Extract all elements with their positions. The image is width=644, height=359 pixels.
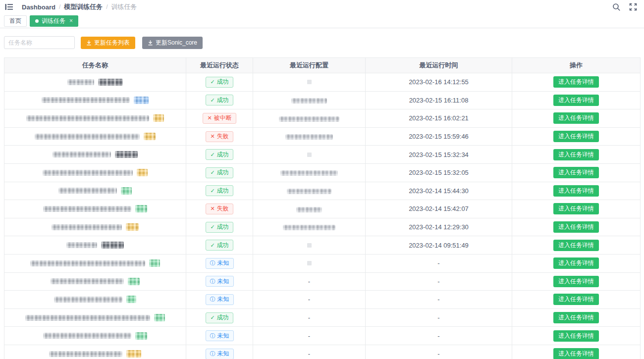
table-row: ✓成功2023-02-14 12:29:30进入任务详情 bbox=[4, 218, 641, 236]
redacted-tag-yellow bbox=[137, 169, 148, 176]
enter-task-detail-button[interactable]: 进入任务详情 bbox=[553, 203, 599, 214]
run-time-cell: - bbox=[366, 272, 512, 291]
sidebar-collapse-icon[interactable] bbox=[4, 2, 14, 12]
run-config-cell: - bbox=[253, 345, 366, 359]
unknown-status-icon: ⓘ bbox=[210, 260, 215, 266]
redacted-config bbox=[283, 225, 335, 230]
status-label: 失败 bbox=[217, 132, 229, 141]
status-badge-success: ✓成功 bbox=[206, 167, 233, 178]
enter-task-detail-button[interactable]: 进入任务详情 bbox=[553, 167, 599, 178]
success-status-icon: ✓ bbox=[210, 98, 215, 103]
run-time-cell: 2023-02-16 14:12:55 bbox=[366, 73, 512, 92]
redacted-tag-yellow bbox=[126, 350, 141, 358]
tab-training-tasks[interactable]: 训练任务 × bbox=[30, 15, 78, 27]
run-status-cell: ✕被中断 bbox=[186, 109, 253, 128]
status-label: 失败 bbox=[217, 205, 229, 213]
redacted-tag-blue bbox=[134, 97, 149, 104]
success-status-icon: ✓ bbox=[210, 152, 215, 157]
table-row: ⓘ未知-进入任务详情 bbox=[4, 254, 641, 272]
action-cell: 进入任务详情 bbox=[512, 146, 641, 164]
redacted-config bbox=[279, 116, 339, 122]
tab-home[interactable]: 首页 bbox=[4, 15, 27, 27]
enter-task-detail-button[interactable]: 进入任务详情 bbox=[553, 257, 599, 269]
update-sonic-core-label: 更新Sonic_core bbox=[156, 39, 197, 47]
run-time-cell: 2023-02-15 15:32:34 bbox=[366, 146, 512, 164]
action-cell: 进入任务详情 bbox=[512, 200, 641, 218]
update-sonic-core-button[interactable]: 更新Sonic_core bbox=[142, 37, 203, 49]
redacted-tag-green bbox=[121, 187, 132, 195]
run-config-cell bbox=[253, 182, 366, 200]
redacted-config bbox=[291, 98, 327, 103]
redacted-task-name bbox=[26, 115, 149, 121]
table-row: ✓成功2023-02-15 15:32:05进入任务详情 bbox=[4, 163, 641, 182]
redacted-config-blob bbox=[307, 80, 312, 84]
enter-task-detail-button[interactable]: 进入任务详情 bbox=[553, 348, 599, 359]
redacted-config-blob bbox=[307, 243, 312, 248]
table-row: ✓成功2023-02-14 09:51:49进入任务详情 bbox=[4, 236, 641, 255]
table-row: ✕失败2023-02-15 15:59:46进入任务详情 bbox=[4, 127, 641, 146]
action-cell: 进入任务详情 bbox=[512, 291, 641, 309]
enter-task-detail-button[interactable]: 进入任务详情 bbox=[553, 185, 599, 197]
download-icon bbox=[86, 40, 92, 46]
enter-task-detail-button[interactable]: 进入任务详情 bbox=[553, 149, 599, 160]
run-config-cell bbox=[253, 109, 366, 128]
enter-task-detail-button[interactable]: 进入任务详情 bbox=[553, 330, 599, 342]
run-config-cell bbox=[253, 146, 366, 164]
run-status-cell: ⓘ未知 bbox=[186, 291, 253, 309]
status-label: 被中断 bbox=[214, 114, 232, 122]
table-row: ✓成功--进入任务详情 bbox=[4, 308, 641, 327]
action-cell: 进入任务详情 bbox=[512, 272, 641, 291]
table-row: ✓成功2023-02-15 16:11:08进入任务详情 bbox=[4, 91, 641, 109]
enter-task-detail-button[interactable]: 进入任务详情 bbox=[553, 312, 599, 323]
action-cell: 进入任务详情 bbox=[512, 109, 641, 128]
column-header-0: 任务名称 bbox=[4, 58, 186, 73]
run-time-cell: 2023-02-15 15:59:46 bbox=[366, 127, 512, 146]
redacted-tag-green bbox=[149, 259, 160, 267]
action-cell: 进入任务详情 bbox=[512, 254, 641, 272]
redacted-task-name bbox=[115, 151, 138, 158]
status-badge-success: ✓成功 bbox=[206, 149, 233, 160]
success-status-icon: ✓ bbox=[210, 170, 215, 175]
enter-task-detail-button[interactable]: 进入任务详情 bbox=[553, 276, 599, 287]
enter-task-detail-button[interactable]: 进入任务详情 bbox=[553, 76, 599, 88]
fullscreen-icon[interactable] bbox=[628, 2, 638, 12]
table-row: ⓘ未知--进入任务详情 bbox=[4, 327, 641, 345]
success-status-icon: ✓ bbox=[210, 315, 215, 320]
training-tasks-table: 任务名称最近运行状态最近运行配置最近运行时间操作 ✓成功2023-02-16 1… bbox=[4, 57, 641, 359]
enter-task-detail-button[interactable]: 进入任务详情 bbox=[553, 112, 599, 124]
status-label: 成功 bbox=[217, 223, 229, 231]
redacted-config-blob bbox=[307, 261, 312, 265]
run-config-cell bbox=[253, 163, 366, 182]
update-task-list-button[interactable]: 更新任务列表 bbox=[81, 37, 135, 49]
task-name-input[interactable] bbox=[4, 36, 75, 49]
tab-close-icon[interactable]: × bbox=[69, 17, 73, 24]
status-label: 未知 bbox=[217, 259, 229, 267]
redacted-tag-green bbox=[135, 332, 147, 340]
run-config-cell bbox=[253, 254, 366, 272]
run-config-cell bbox=[253, 236, 366, 255]
status-badge-success: ✓成功 bbox=[206, 185, 233, 196]
task-name-cell bbox=[4, 91, 186, 109]
breadcrumb-training-tasks: 训练任务 bbox=[111, 2, 137, 11]
redacted-task-name bbox=[53, 152, 111, 157]
enter-task-detail-button[interactable]: 进入任务详情 bbox=[553, 294, 599, 305]
breadcrumb-dashboard[interactable]: Dashboard bbox=[22, 3, 55, 11]
breadcrumb-model-training[interactable]: 模型训练任务 bbox=[64, 2, 103, 11]
run-time-cell: - bbox=[366, 291, 512, 309]
search-icon[interactable] bbox=[611, 2, 621, 12]
run-status-cell: ✓成功 bbox=[186, 146, 253, 164]
enter-task-detail-button[interactable]: 进入任务详情 bbox=[553, 131, 599, 142]
column-header-2: 最近运行配置 bbox=[253, 58, 366, 73]
status-label: 未知 bbox=[217, 350, 229, 358]
run-time-cell: 2023-02-14 12:29:30 bbox=[366, 218, 512, 236]
run-time-cell: 2023-02-14 15:44:30 bbox=[366, 182, 512, 200]
redacted-config bbox=[296, 207, 322, 212]
enter-task-detail-button[interactable]: 进入任务详情 bbox=[553, 95, 599, 106]
enter-task-detail-button[interactable]: 进入任务详情 bbox=[553, 221, 599, 233]
run-config-cell bbox=[253, 200, 366, 218]
task-name-cell bbox=[4, 272, 186, 291]
task-name-cell bbox=[4, 73, 186, 92]
run-config-cell bbox=[253, 127, 366, 146]
task-name-cell bbox=[4, 308, 186, 327]
enter-task-detail-button[interactable]: 进入任务详情 bbox=[553, 240, 599, 251]
